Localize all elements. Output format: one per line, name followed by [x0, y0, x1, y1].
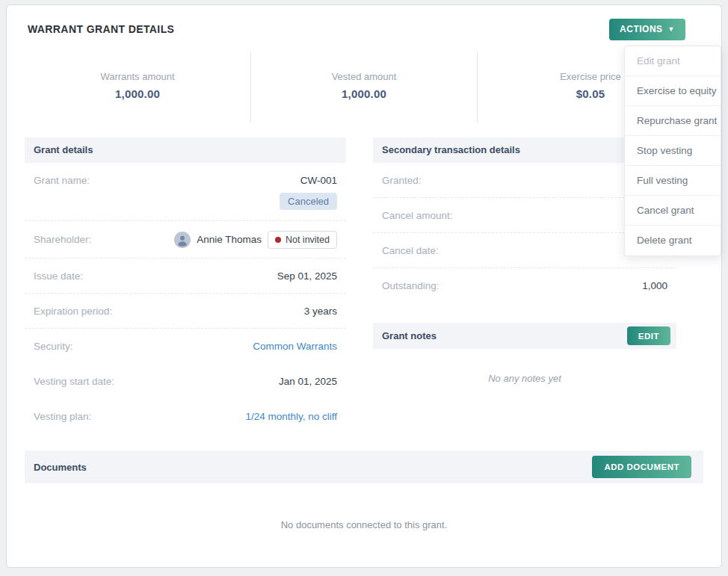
actions-button[interactable]: ACTIONS ▼ [609, 19, 685, 40]
page-title: WARRANT GRANT DETAILS [28, 23, 174, 35]
not-invited-label: Not invited [286, 235, 330, 245]
menu-item-cancel-grant[interactable]: Cancel grant [625, 196, 721, 226]
expiration-period-row: Expiration period: 3 years [25, 294, 346, 329]
documents-title: Documents [34, 462, 87, 473]
grant-details-header: Grant details [25, 137, 346, 163]
documents-section: Documents ADD DOCUMENT No documents conn… [25, 450, 703, 530]
stat-value: 1,000.00 [25, 87, 250, 100]
card-header: WARRANT GRANT DETAILS ACTIONS ▼ [7, 5, 721, 41]
granted-label: Granted: [382, 175, 422, 186]
vesting-plan-link[interactable]: 1/24 monthly, no cliff [245, 411, 337, 422]
notes-empty-message: No any notes yet [373, 373, 676, 384]
actions-button-label: ACTIONS [620, 24, 663, 34]
menu-item-repurchase-grant[interactable]: Repurchase grant [625, 106, 721, 136]
outstanding-label: Outstanding: [382, 280, 439, 291]
stat-label: Vested amount [251, 71, 477, 82]
grant-name-row: Grant name: CW-001 Canceled [25, 163, 346, 221]
grant-details-section: Grant details Grant name: CW-001 Cancele… [25, 137, 346, 434]
grant-name-value: CW-001 [300, 175, 337, 186]
vesting-start-date-row: Vesting start date: Jan 01, 2025 [25, 364, 346, 399]
grant-notes-title: Grant notes [382, 330, 437, 341]
documents-bar: Documents ADD DOCUMENT [25, 450, 703, 483]
shareholder-name: Annie Thomas [197, 234, 262, 245]
expiration-period-label: Expiration period: [34, 306, 112, 317]
stat-label: Warrants amount [25, 71, 250, 82]
vesting-start-date-label: Vesting start date: [34, 376, 114, 387]
issue-date-value: Sep 01, 2025 [277, 270, 337, 282]
edit-notes-button[interactable]: EDIT [627, 326, 670, 345]
menu-item-stop-vesting[interactable]: Stop vesting [625, 136, 721, 166]
menu-item-edit-grant[interactable]: Edit grant [625, 46, 721, 76]
menu-item-delete-grant[interactable]: Delete grant [625, 226, 721, 256]
outstanding-row: Outstanding: 1,000 [373, 268, 676, 303]
shareholder-label: Shareholder: [34, 234, 91, 245]
documents-empty-message: No documents connected to this grant. [25, 519, 703, 530]
add-document-button[interactable]: ADD DOCUMENT [592, 456, 691, 478]
vesting-start-date-value: Jan 01, 2025 [279, 376, 337, 387]
grant-notes-bar: Grant notes EDIT [373, 323, 676, 349]
stat-value: 1,000.00 [251, 87, 477, 100]
vesting-plan-row: Vesting plan: 1/24 monthly, no cliff [25, 399, 346, 434]
expiration-period-value: 3 years [304, 306, 337, 317]
vesting-plan-label: Vesting plan: [34, 411, 91, 422]
summary-stats: Warrants amount 1,000.00 Vested amount 1… [25, 52, 703, 123]
status-dot-icon [275, 237, 281, 243]
not-invited-badge: Not invited [268, 231, 337, 249]
warrant-grant-details-card: WARRANT GRANT DETAILS ACTIONS ▼ Warrants… [6, 4, 722, 568]
security-row: Security: Common Warrants [25, 329, 346, 364]
canceled-status-badge: Canceled [280, 193, 337, 210]
grant-name-label: Grant name: [34, 175, 90, 186]
actions-menu: Edit grant Exercise to equity Repurchase… [624, 46, 721, 256]
outstanding-value: 1,000 [642, 280, 667, 291]
details-columns: Grant details Grant name: CW-001 Cancele… [25, 137, 703, 434]
security-link[interactable]: Common Warrants [253, 341, 337, 352]
security-label: Security: [34, 341, 73, 352]
menu-item-full-vesting[interactable]: Full vesting [625, 166, 721, 196]
cancel-amount-label: Cancel amount: [382, 210, 453, 221]
issue-date-row: Issue date: Sep 01, 2025 [25, 258, 346, 294]
stat-warrants-amount: Warrants amount 1,000.00 [25, 52, 250, 123]
shareholder-row: Shareholder: Annie Thomas Not invited [25, 221, 346, 258]
cancel-date-label: Cancel date: [382, 245, 439, 256]
stat-vested-amount: Vested amount 1,000.00 [250, 52, 477, 123]
chevron-down-icon: ▼ [668, 26, 675, 33]
avatar [174, 232, 191, 248]
menu-item-exercise-to-equity[interactable]: Exercise to equity [625, 76, 721, 106]
issue-date-label: Issue date: [34, 270, 83, 282]
